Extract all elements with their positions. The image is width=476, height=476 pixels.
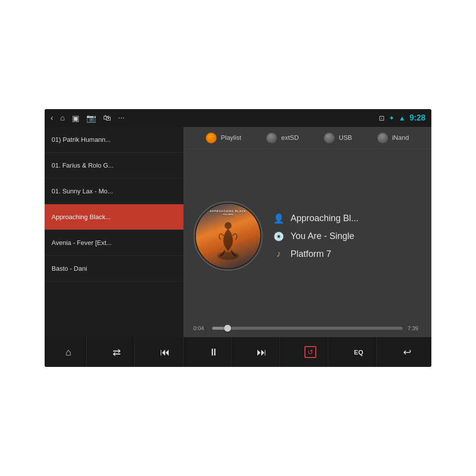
- back-button[interactable]: ↩: [389, 337, 425, 367]
- progress-thumb[interactable]: [224, 325, 231, 332]
- bluetooth-icon: ✦: [389, 114, 395, 122]
- next-button[interactable]: ⏭: [244, 337, 280, 367]
- album-art-text: APPROACHING BLACK YOU ARE: [196, 210, 260, 216]
- album-art-inner: APPROACHING BLACK YOU ARE: [196, 204, 260, 268]
- home-nav-icon[interactable]: ⌂: [60, 114, 65, 122]
- shuffle-button[interactable]: ⇄: [99, 337, 135, 367]
- artist-row: 👤 Approaching Bl...: [273, 213, 421, 224]
- main-content: 01) Patrik Humann... 01. Farius & Rolo G…: [45, 127, 431, 337]
- repeat-icon: ↺: [304, 346, 316, 358]
- source-dot-playlist: [206, 132, 217, 143]
- repeat-button[interactable]: ↺: [293, 337, 328, 367]
- nav-controls: ‹ ⌂ ▣ 📷 🛍 ···: [51, 114, 124, 123]
- music-icon: ♪: [273, 249, 285, 259]
- source-inand-btn[interactable]: iNand: [377, 132, 409, 143]
- source-playlist-btn[interactable]: Playlist: [206, 132, 241, 143]
- bag-nav-icon[interactable]: 🛍: [103, 114, 111, 122]
- prev-button[interactable]: ⏮: [148, 337, 183, 367]
- home-button[interactable]: ⌂: [51, 337, 87, 367]
- album-text: You Are - Single: [291, 231, 354, 241]
- album-art: APPROACHING BLACK YOU ARE: [193, 201, 263, 271]
- cast-icon: ⊡: [379, 114, 385, 122]
- playlist-item[interactable]: 01) Patrik Humann...: [45, 127, 183, 153]
- status-bar: ‹ ⌂ ▣ 📷 🛍 ··· ⊡ ✦ ▲ 9:28: [45, 109, 431, 127]
- album-row: 💿 You Are - Single: [273, 231, 421, 242]
- current-time: 0:04: [193, 325, 207, 331]
- pause-button[interactable]: ⏸: [196, 337, 232, 367]
- source-dot-extsd: [266, 132, 277, 143]
- eq-button[interactable]: EQ: [341, 337, 377, 367]
- source-dot-inand: [377, 132, 388, 143]
- clock: 9:28: [410, 114, 425, 122]
- source-bar: Playlist extSD USB iNand: [183, 127, 431, 149]
- more-nav-icon[interactable]: ···: [118, 114, 124, 122]
- back-icon: ↩: [403, 346, 412, 358]
- playlist-item[interactable]: Avenia - Fever [Ext...: [45, 230, 183, 256]
- recents-nav-icon[interactable]: ▣: [72, 114, 79, 123]
- playlist-item-active[interactable]: Approaching Black...: [45, 204, 183, 230]
- device-frame: ‹ ⌂ ▣ 📷 🛍 ··· ⊡ ✦ ▲ 9:28 01) Patrik Huma…: [45, 109, 431, 367]
- camera-nav-icon[interactable]: 📷: [86, 114, 96, 123]
- player-area: Playlist extSD USB iNand: [183, 127, 431, 337]
- now-playing-section: APPROACHING BLACK YOU ARE: [183, 149, 431, 323]
- playlist-item[interactable]: 01. Farius & Rolo G...: [45, 153, 183, 178]
- next-icon: ⏭: [257, 347, 267, 358]
- track-info: 👤 Approaching Bl... 💿 You Are - Single ♪…: [273, 213, 421, 259]
- home-ctrl-icon: ⌂: [65, 347, 71, 358]
- svg-point-1: [225, 222, 232, 229]
- track-row: ♪ Platform 7: [273, 249, 421, 259]
- controls-bar: ⌂ ⇄ ⏮ ⏸ ⏭ ↺ EQ ↩: [45, 337, 431, 367]
- track-text: Platform 7: [291, 249, 331, 259]
- progress-container: 0:04 7:39: [183, 323, 431, 337]
- artist-text: Approaching Bl...: [291, 213, 358, 224]
- progress-track[interactable]: [212, 327, 403, 330]
- prev-icon: ⏮: [160, 347, 170, 358]
- total-time: 7:39: [408, 325, 421, 331]
- album-icon: 💿: [273, 231, 285, 242]
- shuffle-icon: ⇄: [113, 346, 121, 358]
- silhouette-icon: [211, 219, 245, 263]
- source-usb-btn[interactable]: USB: [324, 132, 352, 143]
- playlist-item[interactable]: Basto - Dani: [45, 256, 183, 282]
- artist-icon: 👤: [273, 213, 285, 224]
- source-dot-usb: [324, 132, 335, 143]
- playlist-item[interactable]: 01. Sunny Lax - Mo...: [45, 178, 183, 204]
- status-icons: ⊡ ✦ ▲ 9:28: [379, 114, 425, 122]
- playlist-sidebar: 01) Patrik Humann... 01. Farius & Rolo G…: [45, 127, 183, 337]
- back-nav-icon[interactable]: ‹: [51, 114, 53, 122]
- wifi-icon: ▲: [399, 114, 406, 122]
- source-extsd-btn[interactable]: extSD: [266, 132, 298, 143]
- pause-icon: ⏸: [209, 347, 219, 358]
- eq-label: EQ: [354, 349, 363, 356]
